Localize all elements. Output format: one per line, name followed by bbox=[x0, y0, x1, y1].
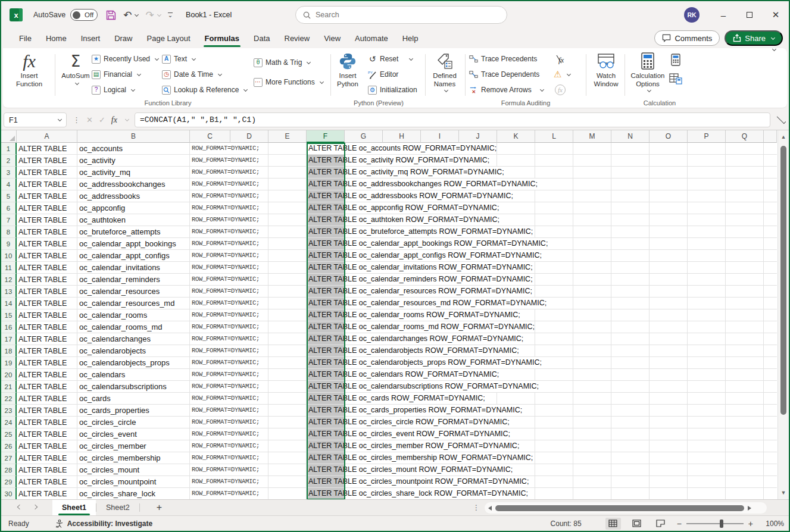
grid-cell[interactable] bbox=[535, 309, 573, 321]
zoom-slider-handle[interactable] bbox=[720, 520, 723, 528]
grid-cell[interactable]: oc_circles_membership bbox=[77, 452, 190, 464]
grid-cell[interactable] bbox=[650, 333, 688, 345]
row-header-11[interactable]: 11 bbox=[1, 262, 17, 274]
row-header-8[interactable]: 8 bbox=[1, 226, 17, 238]
grid-cell[interactable]: ALTER TABLE bbox=[17, 417, 77, 428]
grid-cell[interactable] bbox=[573, 274, 611, 286]
grid-cell[interactable]: ROW_FORMAT=DYNAMIC; bbox=[190, 488, 230, 499]
column-header-L[interactable]: L bbox=[535, 130, 573, 143]
tab-insert[interactable]: Insert bbox=[74, 30, 108, 46]
grid-cell[interactable] bbox=[650, 214, 688, 226]
grid-cell[interactable]: ROW_FORMAT=DYNAMIC; bbox=[190, 321, 230, 333]
grid-cell[interactable] bbox=[688, 214, 726, 226]
grid-cell[interactable] bbox=[268, 250, 307, 262]
scrollbar-drag-dots-icon[interactable]: ⋮ bbox=[473, 503, 480, 512]
grid-cell[interactable] bbox=[535, 440, 573, 452]
grid-cell[interactable]: ALTER TABLE bbox=[17, 298, 77, 309]
evaluate-formula-button[interactable]: fx bbox=[555, 83, 566, 96]
zoom-slider[interactable] bbox=[686, 523, 744, 524]
grid-cell-selected[interactable]: ALTER TABLE oc_calendar_rooms ROW_FORMAT… bbox=[307, 309, 345, 321]
row-header-14[interactable]: 14 bbox=[1, 298, 17, 309]
column-header-J[interactable]: J bbox=[459, 130, 497, 143]
column-header-D[interactable]: D bbox=[230, 130, 268, 143]
grid-cell[interactable] bbox=[573, 405, 611, 417]
grid-cell[interactable]: oc_authtoken bbox=[77, 214, 190, 226]
page-break-preview-button[interactable] bbox=[653, 518, 669, 530]
formula-bar-expand-icon[interactable] bbox=[777, 115, 786, 124]
grid-cell[interactable] bbox=[573, 262, 611, 274]
share-button[interactable]: Share bbox=[725, 30, 783, 46]
grid-cell[interactable] bbox=[535, 381, 573, 393]
grid-cell[interactable] bbox=[726, 214, 764, 226]
grid-cell-selected[interactable]: ALTER TABLE oc_circles_mountpoint ROW_FO… bbox=[307, 476, 345, 488]
grid-cell[interactable]: ROW_FORMAT=DYNAMIC; bbox=[190, 345, 230, 357]
row-header-24[interactable]: 24 bbox=[1, 417, 17, 428]
grid-cell[interactable] bbox=[268, 405, 307, 417]
grid-cell[interactable] bbox=[726, 428, 764, 440]
grid-cell[interactable]: oc_addressbooks bbox=[77, 190, 190, 202]
grid-cell[interactable] bbox=[535, 143, 573, 155]
grid-cell[interactable] bbox=[497, 214, 535, 226]
grid-cell[interactable] bbox=[573, 369, 611, 381]
grid-cell[interactable]: oc_accounts bbox=[77, 143, 190, 155]
grid-cell[interactable] bbox=[650, 143, 688, 155]
grid-cell[interactable]: ROW_FORMAT=DYNAMIC; bbox=[190, 417, 230, 428]
grid-cell[interactable] bbox=[268, 226, 307, 238]
tab-sheet2[interactable]: Sheet2 bbox=[96, 500, 139, 516]
grid-cell[interactable] bbox=[650, 238, 688, 250]
grid-cell[interactable] bbox=[573, 333, 611, 345]
grid-cell[interactable] bbox=[573, 452, 611, 464]
customize-toolbar-button[interactable]: ⌄ bbox=[168, 12, 173, 17]
grid-cell[interactable] bbox=[726, 333, 764, 345]
grid-cell[interactable] bbox=[573, 143, 611, 155]
grid-cell[interactable] bbox=[611, 274, 650, 286]
grid-cell[interactable]: ROW_FORMAT=DYNAMIC; bbox=[190, 333, 230, 345]
grid-cell[interactable] bbox=[268, 369, 307, 381]
grid-cell[interactable] bbox=[268, 333, 307, 345]
grid-cell[interactable] bbox=[611, 179, 650, 190]
name-box[interactable]: F1 bbox=[4, 112, 67, 127]
grid-cell[interactable] bbox=[268, 179, 307, 190]
python-reset-button[interactable]: ↺ Reset bbox=[368, 52, 413, 66]
row-header-28[interactable]: 28 bbox=[1, 464, 17, 476]
grid-cell[interactable] bbox=[726, 179, 764, 190]
row-header-15[interactable]: 15 bbox=[1, 309, 17, 321]
grid-cell[interactable] bbox=[726, 250, 764, 262]
grid-cell-selected[interactable]: ALTER TABLE oc_addressbookchanges ROW_FO… bbox=[307, 179, 345, 190]
grid-cell[interactable] bbox=[726, 405, 764, 417]
grid-cell[interactable] bbox=[611, 167, 650, 179]
grid-cell[interactable] bbox=[726, 274, 764, 286]
autosum-button[interactable]: Σ AutoSum bbox=[58, 51, 93, 98]
grid-cell[interactable] bbox=[688, 476, 726, 488]
grid-cell[interactable] bbox=[268, 488, 307, 499]
grid-cell-selected[interactable]: ALTER TABLE oc_bruteforce_attempts ROW_F… bbox=[307, 226, 345, 238]
grid-cell[interactable]: oc_cards bbox=[77, 393, 190, 405]
grid-cell-selected[interactable]: ALTER TABLE oc_calendar_rooms_md ROW_FOR… bbox=[307, 321, 345, 333]
grid-cell[interactable] bbox=[611, 298, 650, 309]
grid-cell[interactable]: ROW_FORMAT=DYNAMIC; bbox=[190, 381, 230, 393]
grid-cell[interactable]: oc_calendars bbox=[77, 369, 190, 381]
grid-cell[interactable] bbox=[726, 369, 764, 381]
grid-cell[interactable]: ALTER TABLE bbox=[17, 179, 77, 190]
grid-cell[interactable] bbox=[688, 488, 726, 499]
grid-cell[interactable] bbox=[726, 321, 764, 333]
grid-cell[interactable]: ROW_FORMAT=DYNAMIC; bbox=[190, 405, 230, 417]
grid-cell[interactable] bbox=[650, 321, 688, 333]
grid-cell[interactable] bbox=[535, 369, 573, 381]
row-header-21[interactable]: 21 bbox=[1, 381, 17, 393]
grid-cell[interactable] bbox=[688, 167, 726, 179]
grid-cell[interactable] bbox=[688, 250, 726, 262]
grid-cell[interactable] bbox=[268, 345, 307, 357]
grid-cell[interactable] bbox=[688, 226, 726, 238]
grid-cell[interactable] bbox=[535, 167, 573, 179]
grid-cell[interactable] bbox=[726, 381, 764, 393]
row-header-5[interactable]: 5 bbox=[1, 190, 17, 202]
grid-cell[interactable] bbox=[688, 202, 726, 214]
grid-cell[interactable] bbox=[688, 179, 726, 190]
horizontal-scrollbar-thumb[interactable] bbox=[495, 505, 744, 511]
grid-cell[interactable]: ROW_FORMAT=DYNAMIC; bbox=[190, 440, 230, 452]
vertical-scrollbar-thumb[interactable] bbox=[780, 146, 786, 415]
grid-cell[interactable]: ALTER TABLE bbox=[17, 190, 77, 202]
grid-cell[interactable] bbox=[611, 345, 650, 357]
grid-cell-selected[interactable]: ALTER TABLE oc_authtoken ROW_FORMAT=DYNA… bbox=[307, 214, 345, 226]
